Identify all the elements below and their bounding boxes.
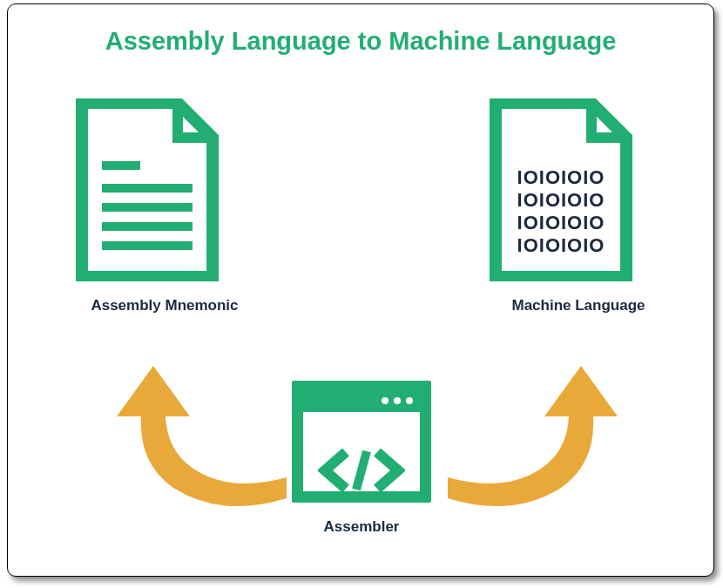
code-window-icon	[292, 381, 431, 503]
label-assembler: Assembler	[292, 518, 431, 536]
svg-rect-3	[102, 222, 193, 231]
binary-line-2: IOIOIOIO	[517, 189, 605, 211]
binary-line-3: IOIOIOIO	[517, 212, 605, 233]
svg-rect-2	[102, 203, 193, 212]
svg-line-5	[356, 451, 367, 490]
svg-rect-0	[102, 161, 140, 170]
document-binary-icon: IOIOIOIO IOIOIOIO IOIOIOIO IOIOIOIO	[483, 98, 639, 281]
window-dots-icon	[382, 397, 413, 404]
label-assembly-mnemonic: Assembly Mnemonic	[69, 297, 260, 314]
svg-rect-1	[102, 184, 193, 193]
binary-line-1: IOIOIOIO	[517, 166, 605, 188]
node-assembly-mnemonic: Assembly Mnemonic	[69, 98, 260, 314]
label-machine-language: Machine Language	[483, 297, 674, 314]
binary-line-4: IOIOIOIO	[517, 234, 605, 256]
diagram-title: Assembly Language to Machine Language	[8, 27, 713, 56]
curved-arrow-up-right-icon	[443, 348, 644, 523]
node-assembler: Assembler	[292, 381, 431, 536]
document-lines-icon	[69, 98, 226, 281]
arrow-right	[443, 348, 644, 526]
code-brackets-icon	[318, 449, 405, 492]
curved-arrow-up-left-icon	[91, 348, 291, 523]
svg-rect-4	[102, 241, 193, 250]
arrow-left	[91, 348, 291, 526]
node-machine-language: IOIOIOIO IOIOIOIO IOIOIOIO IOIOIOIO Mach…	[483, 98, 674, 314]
diagram-card: Assembly Language to Machine Language As…	[7, 3, 714, 577]
